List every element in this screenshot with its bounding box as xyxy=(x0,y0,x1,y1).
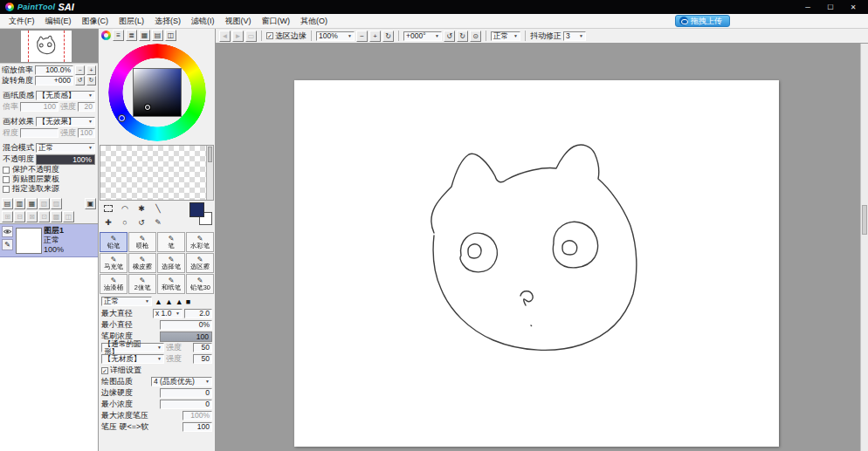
vertical-scrollbar[interactable] xyxy=(860,44,868,451)
min-density-slider[interactable]: 0 xyxy=(160,400,212,409)
brush-bucket[interactable]: ✎油漆桶 xyxy=(100,274,127,294)
close-button[interactable]: ✕ xyxy=(842,1,865,13)
texture-strength-value[interactable]: 20 xyxy=(78,102,95,112)
rgb-slider-panel-button[interactable]: ≡ xyxy=(113,30,124,41)
max-diameter-slider[interactable]: 2.0 xyxy=(184,309,212,318)
hue-marker[interactable] xyxy=(119,115,125,121)
drawing-canvas[interactable] xyxy=(294,80,779,447)
vertical-scrollbar-thumb[interactable] xyxy=(862,205,867,235)
pressure-hard-soft-slider[interactable]: 100 xyxy=(183,422,212,432)
rotate-ccw-button[interactable]: ↺ xyxy=(75,76,85,85)
duplicate-layer-button[interactable]: ◫ xyxy=(63,211,74,222)
brush-select-eraser[interactable]: ✎选区擦 xyxy=(186,253,214,273)
selection-edge-checkbox[interactable]: ✓ xyxy=(266,32,273,39)
brush-select-pen[interactable]: ✎选择笔 xyxy=(157,253,185,273)
scratchpad-scrollbar-thumb[interactable] xyxy=(208,147,212,162)
shape-strength-value[interactable]: 50 xyxy=(193,343,212,352)
selection-source-checkbox[interactable] xyxy=(3,186,10,193)
layer-visibility-toggle[interactable] xyxy=(2,226,13,237)
clear-layer-button[interactable]: ⊠ xyxy=(26,211,38,222)
brush-pen[interactable]: ✎笔 xyxy=(157,232,185,252)
color-wheel-toggle-icon[interactable] xyxy=(101,31,111,40)
dropper-tool[interactable]: ╲ xyxy=(151,202,165,215)
stabilizer-dropdown[interactable]: 3 ▼ xyxy=(563,31,586,41)
menu-filter[interactable]: 滤镜(I) xyxy=(186,15,220,28)
menu-file[interactable]: 文件(F) xyxy=(3,15,40,28)
hsv-slider-panel-button[interactable]: ≣ xyxy=(126,30,137,41)
quality-dropdown[interactable]: 4 (品质优先) ▼ xyxy=(151,377,212,386)
brush-binary-pen[interactable]: ✎2值笔 xyxy=(128,274,156,294)
brush-tip-soft-icon[interactable]: ▲ xyxy=(155,297,162,306)
pan-tool[interactable]: ✎ xyxy=(151,216,165,229)
canvas-zoom-dropdown[interactable]: 100% ▼ xyxy=(316,31,355,41)
brush-density-slider[interactable]: 100 xyxy=(160,331,212,342)
layer-effect-button[interactable]: ▨ xyxy=(51,198,62,209)
texture-scale-value[interactable]: 100 xyxy=(20,102,59,112)
menu-image[interactable]: 图像(C) xyxy=(77,15,114,28)
scratchpad-scrollbar[interactable] xyxy=(206,146,213,200)
canvas-zoom-in-button[interactable]: + xyxy=(369,31,381,42)
menu-view[interactable]: 视图(V) xyxy=(220,15,257,28)
rotate-cw-button[interactable]: ↻ xyxy=(86,76,96,85)
menu-select[interactable]: 选择(S) xyxy=(149,15,186,28)
texture-strength-value[interactable]: 50 xyxy=(193,354,212,364)
effect-strength-value[interactable]: 100 xyxy=(78,128,95,138)
opacity-slider[interactable]: 100% xyxy=(36,154,95,165)
canvas-mode-dropdown[interactable]: 正常 ▼ xyxy=(491,31,520,41)
new-layer-button[interactable]: ▤ xyxy=(2,198,13,209)
brush-shape-dropdown[interactable]: 【通常的圆形】 ▼ xyxy=(101,343,164,352)
lock-layer-button[interactable]: ▩ xyxy=(51,211,62,222)
zoom-out-button[interactable]: − xyxy=(75,65,85,75)
brush-tip-medium-icon[interactable]: ▲ xyxy=(165,297,173,306)
transfer-down-button[interactable]: ⊞ xyxy=(2,211,13,222)
rotate-tool[interactable]: ↺ xyxy=(134,216,148,229)
navigator-preview[interactable] xyxy=(0,29,98,64)
brush-tip-hard-icon[interactable]: ▲ xyxy=(176,297,183,306)
brush-airbrush[interactable]: ✎喷枪 xyxy=(128,232,156,252)
deselect-button[interactable]: ▭ xyxy=(245,31,257,42)
zoom-in-button[interactable]: + xyxy=(86,65,96,75)
menu-layer[interactable]: 图层(L) xyxy=(114,15,149,28)
foreground-color-swatch[interactable] xyxy=(189,202,204,217)
zoom-tool[interactable]: ○ xyxy=(118,216,132,229)
magic-wand-tool[interactable]: ✱ xyxy=(134,202,148,215)
advanced-settings-checkbox[interactable]: ✓ xyxy=(101,367,108,374)
layer-mask-button[interactable]: ▧ xyxy=(38,198,50,209)
minimize-button[interactable]: ─ xyxy=(796,1,819,13)
canvas-zoom-out-button[interactable]: − xyxy=(356,31,368,42)
layer-panel-menu-button[interactable]: ▣ xyxy=(85,198,96,209)
layer-row-selected[interactable]: ✎ 图层1 正常 100% xyxy=(0,224,98,257)
rotate-angle-value[interactable]: +000 xyxy=(35,76,73,85)
delete-layer-button[interactable]: ⊡ xyxy=(38,211,50,222)
brush-pencil30[interactable]: ✎铅笔30 xyxy=(186,274,214,294)
canvas-rotate-ccw-button[interactable]: ↺ xyxy=(444,31,455,42)
redo-selection-button[interactable]: ► xyxy=(232,31,244,42)
scratchpad-area[interactable] xyxy=(100,145,214,201)
layer-name[interactable]: 图层1 xyxy=(44,226,64,236)
sv-marker[interactable] xyxy=(145,105,150,110)
color-wheel[interactable] xyxy=(99,42,215,145)
menu-edit[interactable]: 编辑(E) xyxy=(40,15,77,28)
brush-tip-square-icon[interactable]: ■ xyxy=(186,297,190,306)
zoom-ratio-value[interactable]: 100.0% xyxy=(35,65,73,75)
saturation-value-square[interactable] xyxy=(133,68,182,117)
paper-texture-dropdown[interactable]: 【无质感】 ▼ xyxy=(36,91,95,100)
canvas-rotate-reset-button[interactable]: ⊙ xyxy=(470,31,481,42)
menu-others[interactable]: 其他(O) xyxy=(295,15,333,28)
brush-marker[interactable]: ✎马克笔 xyxy=(100,253,127,273)
scratchpad-panel-button[interactable]: ◫ xyxy=(165,30,176,41)
brush-eraser[interactable]: ✎橡皮擦 xyxy=(128,253,156,273)
max-density-pressure-slider[interactable]: 100% xyxy=(183,411,212,420)
brush-blend-mode-dropdown[interactable]: 正常 ▼ xyxy=(101,297,152,306)
color-mixer-panel-button[interactable]: ▦ xyxy=(139,30,150,41)
move-tool[interactable]: ✚ xyxy=(101,216,115,229)
upload-button[interactable]: 拖拽上传 xyxy=(675,15,730,27)
new-vector-layer-button[interactable]: ▥ xyxy=(14,198,25,209)
canvas-viewport[interactable] xyxy=(216,44,868,451)
swatches-panel-button[interactable]: ▤ xyxy=(152,30,163,41)
current-color-swatch[interactable] xyxy=(189,202,212,225)
protect-opacity-checkbox[interactable] xyxy=(3,167,10,174)
paper-effect-dropdown[interactable]: 【无效果】 ▼ xyxy=(36,117,95,126)
canvas-rotate-cw-button[interactable]: ↻ xyxy=(457,31,468,42)
rect-select-tool[interactable] xyxy=(101,202,115,215)
